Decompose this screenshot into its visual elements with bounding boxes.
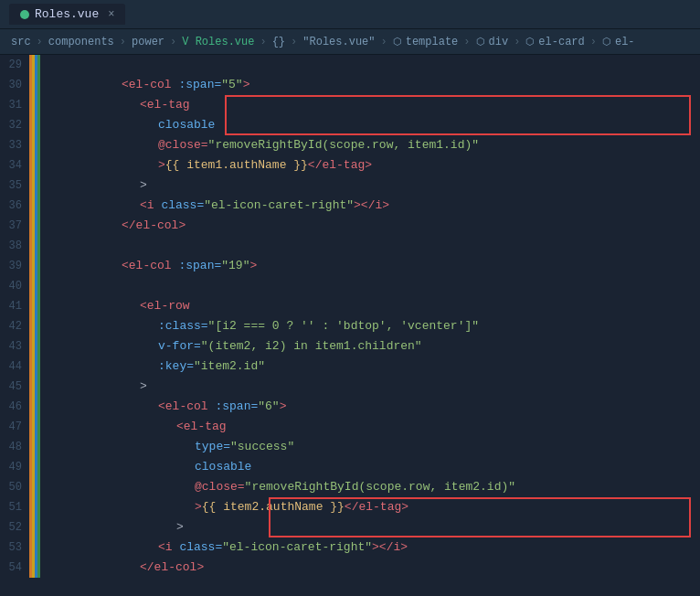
vue-icon xyxy=(20,10,29,19)
title-bar: Roles.vue × xyxy=(0,0,700,29)
breadcrumb-div-icon: ⬡ xyxy=(476,36,485,48)
code-line-43: 43 v-for="(item2, i2) in item1.children" xyxy=(0,336,700,357)
breadcrumb-div: div xyxy=(489,36,509,48)
breadcrumb-quoted: "Roles.vue" xyxy=(302,36,375,48)
breadcrumb-card-icon: ⬡ xyxy=(525,36,535,48)
code-line-40: 40 xyxy=(0,276,700,296)
code-editor: 29 30 < xyxy=(0,55,700,596)
breadcrumb-el-icon: ⬡ xyxy=(602,36,611,48)
code-line-50: 50 @close="removeRightById(scope.row, it… xyxy=(0,477,700,497)
code-line-39: 39 <el-col :span="19"> xyxy=(0,256,700,276)
code-line-33: 33 @close="removeRightById(scope.row, it… xyxy=(0,135,700,155)
breadcrumb: src › components › power › V Roles.vue ›… xyxy=(0,29,700,55)
code-line-49: 49 closable xyxy=(0,457,700,477)
tab-filename: Roles.vue xyxy=(35,7,99,21)
code-line-54: 54 </el-col> xyxy=(0,558,700,578)
code-line-44: 44 :key="item2.id" xyxy=(0,357,700,377)
code-line-34: 34 >{{ item1.authName }}</el-tag> xyxy=(0,155,700,176)
code-line-29: 29 xyxy=(0,55,700,75)
code-line-36: 36 <i class="el-icon-caret-right"></i> xyxy=(0,196,700,216)
breadcrumb-el: el- xyxy=(615,36,635,48)
code-line-52: 52 > xyxy=(0,517,700,537)
breadcrumb-template: template xyxy=(406,36,459,48)
breadcrumb-el-card: el-card xyxy=(538,36,584,48)
code-line-32: 32 closable xyxy=(0,115,700,135)
code-line-35: 35 > xyxy=(0,176,700,196)
code-line-45: 45 > xyxy=(0,377,700,397)
code-line-48: 48 type="success" xyxy=(0,437,700,457)
breadcrumb-braces: {} xyxy=(272,36,285,48)
code-line-38: 38 xyxy=(0,236,700,256)
breadcrumb-vue: V Roles.vue xyxy=(182,36,254,48)
code-line-37: 37 </el-col> xyxy=(0,216,700,236)
breadcrumb-tag-icon: ⬡ xyxy=(393,36,402,48)
app-window: Roles.vue × src › components › power › V… xyxy=(0,0,700,596)
breadcrumb-src: src xyxy=(11,36,31,48)
code-line-46: 46 <el-col :span="6"> xyxy=(0,397,700,417)
code-line-42: 42 :class="[i2 === 0 ? '' : 'bdtop', 'vc… xyxy=(0,316,700,336)
code-area[interactable]: 29 30 < xyxy=(0,55,700,596)
code-line-41: 41 <el-row xyxy=(0,296,700,316)
code-line-47: 47 <el-tag xyxy=(0,417,700,437)
tab-close-button[interactable]: × xyxy=(108,8,114,21)
code-line-31: 31 <el-tag xyxy=(0,95,700,115)
breadcrumb-power: power xyxy=(132,36,164,48)
code-line-30: 30 <el-col :span="5"> xyxy=(0,75,700,95)
breadcrumb-components: components xyxy=(48,36,114,48)
code-line-51: 51 >{{ item2.authName }}</el-tag> xyxy=(0,497,700,517)
code-line-53: 53 <i class="el-icon-caret-right"></i> xyxy=(0,537,700,558)
editor-tab[interactable]: Roles.vue × xyxy=(9,4,125,25)
